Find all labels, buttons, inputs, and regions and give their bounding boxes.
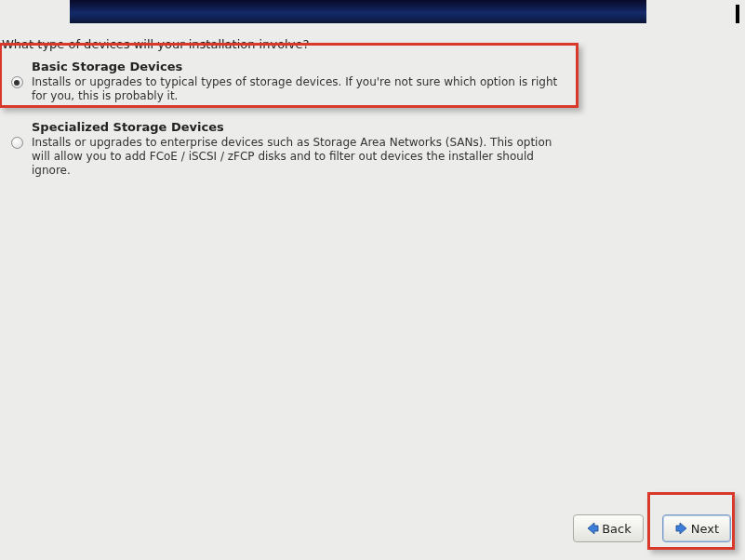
next-button-label: Next <box>691 522 719 536</box>
back-button[interactable]: Back <box>573 514 644 542</box>
arrow-right-icon <box>674 521 689 536</box>
footer-buttons: Back Next <box>573 514 731 542</box>
option-basic-title: Basic Storage Devices <box>32 60 572 73</box>
right-edge-mark <box>736 5 739 23</box>
question-label: What type of devices will your installat… <box>2 37 309 51</box>
option-basic-storage[interactable]: Basic Storage Devices Installs or upgrad… <box>0 56 581 107</box>
arrow-left-icon <box>585 521 600 536</box>
banner-header <box>70 0 646 23</box>
option-specialized-text: Specialized Storage Devices Installs or … <box>28 120 576 178</box>
option-specialized-storage[interactable]: Specialized Storage Devices Installs or … <box>0 116 581 181</box>
radio-cell <box>6 60 28 88</box>
option-basic-text: Basic Storage Devices Installs or upgrad… <box>28 60 576 103</box>
back-button-label: Back <box>602 522 632 536</box>
radio-cell <box>6 120 28 149</box>
option-basic-desc: Installs or upgrades to typical types of… <box>32 75 572 103</box>
next-button[interactable]: Next <box>662 514 731 542</box>
option-specialized-desc: Installs or upgrades to enterprise devic… <box>32 136 572 178</box>
storage-options-group: Basic Storage Devices Installs or upgrad… <box>0 56 581 181</box>
radio-basic-storage[interactable] <box>11 76 23 88</box>
option-specialized-title: Specialized Storage Devices <box>32 120 572 134</box>
radio-specialized-storage[interactable] <box>11 137 23 149</box>
